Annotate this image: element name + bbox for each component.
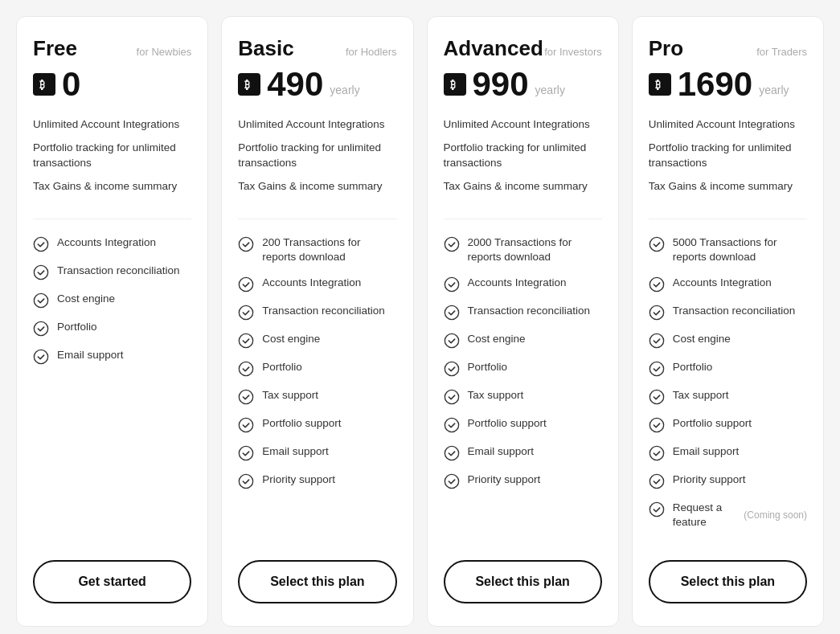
feature-label-row: Accounts Integration [262,276,396,290]
feature-label-row: Portfolio support [262,416,396,431]
feature-item: 200 Transactions for reports download [238,235,396,264]
plan-price-row: ₿990yearly [444,67,602,101]
feature-label: Email support [262,444,329,459]
plan-audience: for Newbies [137,46,192,58]
check-circle-icon [238,473,254,489]
feature-item: Transaction reconciliation [33,264,191,280]
pro-cta-button[interactable]: Select this plan [649,560,807,603]
check-circle-icon [649,473,665,489]
plan-price-period: yearly [330,84,359,101]
svg-point-5 [34,350,47,363]
check-circle-icon [444,236,460,252]
plan-header: Basicfor Hodlers [238,36,396,61]
feature-label: Accounts Integration [468,276,567,290]
plan-name: Pro [649,36,683,61]
svg-point-32 [649,390,663,403]
plan-cta-container: Select this plan [649,560,807,603]
plan-highlight-item: Unlimited Account Integrations [649,117,807,133]
feature-item: Tax support [238,388,396,405]
feature-label: Transaction reconciliation [673,304,796,318]
check-circle-icon [649,276,665,292]
plan-price-period: yearly [535,84,565,101]
plan-price-period: yearly [759,84,789,101]
feature-label: Portfolio [468,360,508,374]
feature-label: Priority support [673,472,746,487]
feature-label-row: Cost engine [57,292,191,306]
feature-label-row: Portfolio [468,360,602,374]
svg-point-4 [34,321,47,335]
feature-item: Email support [238,444,396,461]
svg-text:₿: ₿ [39,79,45,91]
feature-label-row: Accounts Integration [673,276,807,290]
svg-point-14 [240,446,253,460]
plan-header: Freefor Newbies [33,36,191,61]
check-circle-icon [444,445,460,461]
check-circle-icon [238,305,254,321]
check-circle-icon [444,361,460,377]
feature-item: Priority support [238,472,396,489]
feature-label-row: 5000 Transactions for reports download [673,235,807,264]
svg-point-29 [649,305,663,319]
check-circle-icon [33,292,49,309]
feature-label-row: Portfolio support [468,416,602,431]
plan-card-free: Freefor Newbies₿0Unlimited Account Integ… [16,16,208,627]
feature-item: Transaction reconciliation [444,304,602,321]
feature-label: Request a feature [673,501,738,530]
feature-label: 200 Transactions for reports download [262,235,396,264]
feature-label-row: Transaction reconciliation [673,304,807,318]
svg-point-9 [240,305,253,319]
feature-item: 5000 Transactions for reports download [649,235,807,264]
plan-cta-container: Select this plan [238,560,396,603]
feature-item: Email support [444,444,602,461]
svg-point-20 [445,333,458,347]
free-cta-button[interactable]: Get started [33,560,191,603]
plan-price-row: ₿1690yearly [649,67,807,101]
check-circle-icon [238,333,254,349]
feature-label: Email support [468,444,535,459]
feature-label-row: Transaction reconciliation [262,304,396,318]
plan-highlights: Unlimited Account IntegrationsPortfolio … [33,117,191,219]
svg-point-15 [240,474,253,488]
plan-highlight-item: Portfolio tracking for unlimited transac… [444,141,602,171]
feature-item: Cost engine [238,332,396,349]
feature-label: 5000 Transactions for reports download [673,235,807,264]
svg-point-35 [649,474,663,488]
feature-label-row: 2000 Transactions for reports download [468,235,602,264]
feature-item: Cost engine [444,332,602,349]
feature-label-row: Request a feature(Coming soon) [673,501,807,530]
svg-point-34 [649,446,663,460]
feature-item: 2000 Transactions for reports download [444,235,602,264]
svg-point-3 [34,293,47,307]
plan-features-list: 200 Transactions for reports download Ac… [238,235,396,541]
plan-highlight-item: Portfolio tracking for unlimited transac… [649,141,807,171]
basic-cta-button[interactable]: Select this plan [238,560,396,603]
svg-point-7 [240,237,253,251]
plan-highlight-item: Unlimited Account Integrations [238,117,396,133]
plan-highlight-item: Tax Gains & income summary [444,179,602,194]
coming-soon-badge: (Coming soon) [744,509,807,522]
plan-highlight-item: Unlimited Account Integrations [444,117,602,133]
feature-item: Accounts Integration [33,235,191,252]
check-circle-icon [238,276,254,292]
feature-label: Portfolio [673,360,713,374]
check-circle-icon [33,349,49,365]
feature-item: Cost engine [33,292,191,309]
feature-item: Email support [33,348,191,365]
check-circle-icon [444,276,460,292]
plan-price-amount: 1690 [678,67,752,101]
svg-point-19 [445,305,458,319]
plan-highlight-item: Tax Gains & income summary [33,179,191,194]
plan-card-pro: Profor Traders₿1690yearlyUnlimited Accou… [632,16,824,627]
check-circle-icon [649,417,665,433]
feature-label-row: Portfolio [262,360,396,374]
plan-audience: for Hodlers [346,46,397,58]
svg-point-13 [240,418,253,432]
check-circle-icon [649,445,665,461]
svg-point-2 [34,265,47,279]
feature-label-row: Portfolio [57,320,191,334]
feature-item: Portfolio support [649,416,807,433]
check-circle-icon [649,333,665,349]
check-circle-icon [238,445,254,461]
svg-point-27 [649,237,663,251]
advanced-cta-button[interactable]: Select this plan [444,560,602,603]
